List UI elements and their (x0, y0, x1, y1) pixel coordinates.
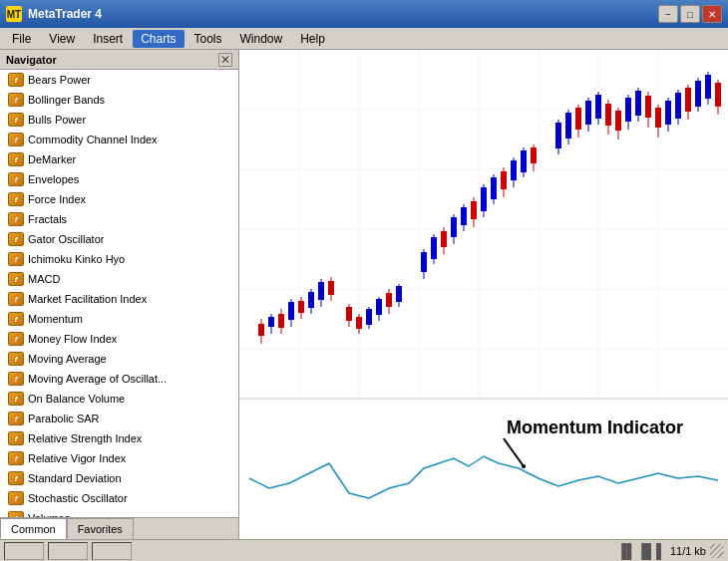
menu-tools[interactable]: Tools (186, 30, 230, 48)
list-item[interactable]: fCommodity Channel Index (0, 130, 238, 149)
list-item[interactable]: fForce Index (0, 189, 238, 209)
status-right: ▐▌▐▌▌ 11/1 kb (616, 543, 724, 559)
svg-rect-33 (356, 317, 362, 329)
menu-bar: File View Insert Charts Tools Window Hel… (0, 28, 728, 50)
svg-rect-25 (308, 292, 314, 308)
svg-rect-27 (318, 282, 324, 300)
svg-rect-43 (421, 252, 427, 272)
list-item[interactable]: fIchimoku Kinko Hyo (0, 249, 238, 269)
indicator-icon: f (8, 232, 24, 246)
indicator-label: Parabolic SAR (28, 413, 100, 424)
status-panel-2 (48, 542, 88, 560)
menu-file[interactable]: File (4, 30, 39, 48)
indicator-label: Bulls Power (28, 114, 86, 126)
menu-window[interactable]: Window (232, 30, 291, 48)
svg-rect-85 (645, 96, 651, 118)
svg-rect-61 (511, 160, 517, 180)
svg-rect-21 (288, 302, 294, 320)
svg-rect-69 (565, 113, 571, 139)
svg-rect-57 (491, 177, 497, 199)
indicator-label: DeMarker (28, 153, 76, 165)
close-button[interactable]: ✕ (702, 5, 722, 23)
indicator-label: Market Facilitation Index (28, 293, 147, 305)
list-item[interactable]: fBulls Power (0, 110, 238, 130)
list-item[interactable]: fEnvelopes (0, 169, 238, 189)
app-icon: MT (6, 6, 22, 22)
indicator-label: Bollinger Bands (28, 94, 105, 106)
svg-rect-41 (396, 286, 402, 302)
list-item[interactable]: fParabolic SAR (0, 409, 238, 428)
status-left (4, 542, 132, 560)
navigator-close-button[interactable]: ✕ (218, 53, 232, 67)
list-item[interactable]: fMomentum (0, 309, 238, 329)
svg-rect-29 (328, 281, 334, 295)
svg-rect-15 (258, 324, 264, 336)
title-bar-controls: − □ ✕ (658, 5, 722, 23)
indicator-icon: f (8, 292, 24, 306)
svg-rect-83 (635, 91, 641, 116)
resize-grip[interactable] (710, 544, 724, 558)
tab-favorites[interactable]: Favorites (67, 518, 134, 539)
navigator-list: fBears PowerfBollinger BandsfBulls Power… (0, 70, 238, 517)
svg-rect-37 (376, 299, 382, 315)
indicator-label: Gator Oscillator (28, 233, 104, 245)
indicator-label: Momentum (28, 313, 83, 325)
list-item[interactable]: fMACD (0, 269, 238, 289)
list-item[interactable]: fFractals (0, 209, 238, 229)
indicator-icon: f (8, 372, 24, 386)
indicator-label: MACD (28, 273, 60, 285)
svg-rect-45 (431, 237, 437, 259)
navigator-panel: Navigator ✕ fBears PowerfBollinger Bands… (0, 50, 239, 539)
list-item[interactable]: fBollinger Bands (0, 90, 238, 110)
svg-rect-55 (481, 187, 487, 211)
maximize-button[interactable]: □ (680, 5, 700, 23)
tab-common[interactable]: Common (0, 518, 67, 539)
list-item[interactable]: fMoving Average of Oscillat... (0, 369, 238, 389)
list-item[interactable]: fRelative Strength Index (0, 428, 238, 448)
main-layout: Navigator ✕ fBears PowerfBollinger Bands… (0, 50, 728, 539)
status-panel-1 (4, 542, 44, 560)
svg-rect-47 (441, 231, 447, 247)
indicator-icon: f (8, 192, 24, 206)
svg-rect-35 (366, 309, 372, 325)
indicator-icon: f (8, 412, 24, 425)
indicator-icon: f (8, 73, 24, 87)
svg-rect-73 (585, 101, 591, 125)
chart-area: Momentum Indicator (239, 50, 728, 539)
svg-rect-67 (555, 123, 561, 148)
list-item[interactable]: fBears Power (0, 70, 238, 90)
list-item[interactable]: fStandard Deviation (0, 468, 238, 488)
list-item[interactable]: fMoney Flow Index (0, 329, 238, 349)
list-item[interactable]: fOn Balance Volume (0, 389, 238, 409)
indicator-icon: f (8, 352, 24, 366)
list-item[interactable]: fStochastic Oscillator (0, 488, 238, 508)
indicator-icon: f (8, 172, 24, 186)
title-bar-text: MetaTrader 4 (28, 7, 102, 21)
menu-help[interactable]: Help (292, 30, 333, 48)
list-item[interactable]: fMoving Average (0, 349, 238, 369)
indicator-label: Moving Average of Oscillat... (28, 373, 167, 385)
svg-rect-49 (451, 217, 457, 237)
list-item[interactable]: fVolumes (0, 508, 238, 517)
indicator-label: Stochastic Oscillator (28, 492, 128, 504)
list-item[interactable]: fMarket Facilitation Index (0, 289, 238, 309)
navigator-tabs: Common Favorites (0, 517, 238, 539)
indicator-icon: f (8, 113, 24, 127)
menu-charts[interactable]: Charts (133, 30, 183, 48)
menu-view[interactable]: View (41, 30, 83, 48)
list-item[interactable]: fDeMarker (0, 149, 238, 169)
svg-rect-79 (615, 111, 621, 131)
svg-rect-65 (531, 147, 537, 163)
svg-rect-99 (715, 83, 721, 107)
svg-rect-17 (268, 317, 274, 327)
menu-insert[interactable]: Insert (85, 30, 131, 48)
navigator-list-container: fBears PowerfBollinger BandsfBulls Power… (0, 70, 238, 517)
list-item[interactable]: fRelative Vigor Index (0, 448, 238, 468)
status-panel-3 (92, 542, 132, 560)
chart-svg: Momentum Indicator (239, 50, 728, 539)
minimize-button[interactable]: − (658, 5, 678, 23)
indicator-icon: f (8, 491, 24, 505)
indicator-icon: f (8, 133, 24, 146)
indicator-icon: f (8, 152, 24, 166)
list-item[interactable]: fGator Oscillator (0, 229, 238, 249)
